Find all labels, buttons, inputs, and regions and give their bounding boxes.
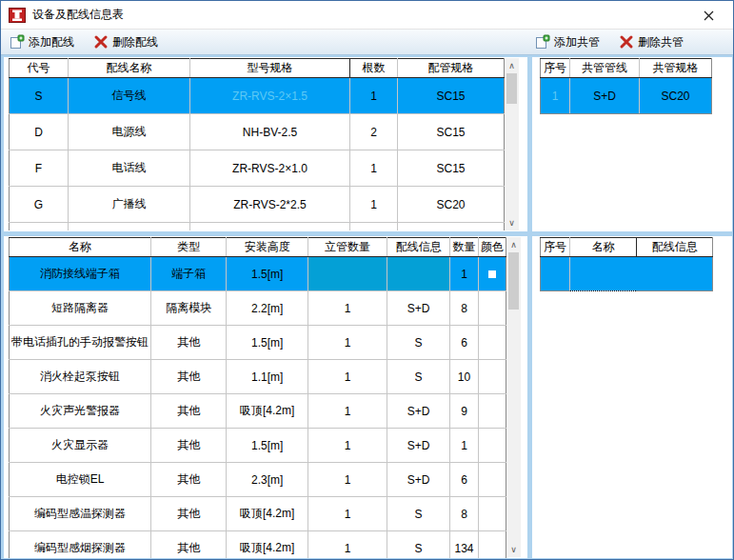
cell-risers[interactable]: 1: [307, 429, 387, 463]
col-header-wiring[interactable]: 配线信息: [387, 238, 450, 257]
cell-model[interactable]: ZR-RVS-2×1.0: [190, 150, 350, 187]
cell-type[interactable]: 其他: [151, 531, 227, 559]
cell-code[interactable]: S: [10, 78, 69, 114]
cell-count[interactable]: 1: [350, 78, 398, 114]
cell-wiring[interactable]: [637, 257, 713, 291]
cell-type[interactable]: 其他: [151, 360, 227, 394]
cell-code[interactable]: F: [10, 150, 69, 187]
color-swatch[interactable]: [488, 270, 496, 278]
cell-qty[interactable]: 1: [449, 257, 478, 291]
cell-name[interactable]: 信号线: [69, 78, 190, 114]
cell-type[interactable]: 其他: [151, 463, 227, 497]
cell-color[interactable]: [478, 360, 506, 394]
cell-wiring[interactable]: S: [387, 531, 450, 559]
cell-name[interactable]: 短路隔离器: [10, 291, 151, 326]
table-row[interactable]: S 信号线 ZR-RVS-2×1.5 1 SC15: [10, 78, 505, 114]
col-header-wiring[interactable]: 配线信息: [637, 238, 713, 257]
cell-wiring[interactable]: S+D: [387, 429, 450, 463]
cell-name[interactable]: 电源线: [69, 114, 190, 150]
scrollbar-up-icon[interactable]: ∧: [505, 58, 519, 73]
cell-qty[interactable]: 1: [449, 429, 478, 463]
cell-code[interactable]: G: [10, 187, 69, 223]
cell-wiring[interactable]: S: [387, 360, 450, 394]
cell-risers[interactable]: 1: [307, 497, 387, 531]
cell-pipe[interactable]: SC15: [398, 78, 505, 114]
cell-risers[interactable]: 1: [307, 531, 387, 559]
cell-name[interactable]: 广播线: [69, 187, 190, 223]
cell-model[interactable]: NH-KVV-4×1.5: [190, 223, 350, 231]
table-row[interactable]: 火灾声光警报器 其他 吸顶[4.2m] 1 S+D 9: [10, 394, 506, 429]
cell-wiring[interactable]: S: [387, 326, 450, 360]
cell-model[interactable]: ZR-RVS-2×1.5: [190, 78, 350, 114]
cell-color[interactable]: [478, 326, 506, 360]
col-header-no[interactable]: 序号: [541, 59, 570, 78]
table-row[interactable]: F 电话线 ZR-RVS-2×1.0 1 SC15: [10, 150, 505, 187]
table-row[interactable]: [541, 257, 713, 291]
cell-height[interactable]: 吸顶[4.2m]: [227, 531, 308, 559]
cell-code[interactable]: D: [10, 114, 69, 150]
cell-color[interactable]: [478, 531, 506, 559]
cell-wiring[interactable]: [387, 257, 450, 291]
cell-count[interactable]: 1: [350, 223, 398, 231]
cell-name[interactable]: 消火栓起泵按钮: [10, 360, 151, 394]
cell-height[interactable]: 2.2[m]: [227, 291, 308, 326]
cell-name[interactable]: 编码型感温探测器: [10, 497, 151, 531]
cell-count[interactable]: 2: [350, 114, 398, 150]
col-header-type[interactable]: 类型: [151, 238, 227, 257]
cell-risers[interactable]: 1: [307, 360, 387, 394]
cell-qty[interactable]: 9: [449, 394, 478, 429]
cell-model[interactable]: ZR-RVS-2*2.5: [190, 187, 350, 223]
cell-height[interactable]: 吸顶[4.2m]: [227, 497, 308, 531]
cell-risers[interactable]: 1: [307, 291, 387, 326]
cell-name[interactable]: 消防接线端子箱: [10, 257, 151, 291]
col-header-height[interactable]: 安装高度: [227, 238, 308, 257]
cell-risers[interactable]: 1: [307, 394, 387, 429]
table-row[interactable]: 消火栓起泵按钮 其他 1.1[m] 1 S 10: [10, 360, 506, 394]
add-copipe-button[interactable]: 添加共管: [532, 32, 603, 52]
col-header-spec[interactable]: 共管规格: [640, 59, 712, 78]
cell-pipe[interactable]: SC15: [398, 150, 505, 187]
col-header-name[interactable]: 名称: [10, 238, 151, 257]
table-row[interactable]: 带电话插孔的手动报警按钮 其他 1.5[m] 1 S 6: [10, 326, 506, 360]
cell-name[interactable]: 电话线: [69, 150, 190, 187]
cell-qty[interactable]: 6: [449, 463, 478, 497]
col-header-risers[interactable]: 立管数量: [307, 238, 387, 257]
table-row[interactable]: G 广播线 ZR-RVS-2*2.5 1 SC20: [10, 187, 505, 223]
scrollbar-thumb[interactable]: [508, 252, 519, 310]
cell-pipe[interactable]: SC20: [398, 223, 505, 231]
scrollbar-up-icon[interactable]: ∧: [506, 237, 521, 252]
cell-name[interactable]: 火灾显示器: [10, 429, 151, 463]
col-header-name[interactable]: 配线名称: [69, 59, 190, 78]
table-row[interactable]: 短路隔离器 隔离模块 2.2[m] 1 S+D 8: [10, 291, 506, 326]
cell-color[interactable]: [478, 429, 506, 463]
cell-qty[interactable]: 8: [449, 291, 478, 326]
table-row-partial[interactable]: K 控制线 NH-KVV-4×1.5 1 SC20: [10, 223, 505, 231]
cell-name[interactable]: 带电话插孔的手动报警按钮: [10, 326, 151, 360]
cell-name[interactable]: 控制线: [69, 223, 190, 231]
cell-qty[interactable]: 10: [449, 360, 478, 394]
cell-lines[interactable]: S+D: [570, 78, 640, 114]
table-row[interactable]: 编码型感烟探测器 其他 吸顶[4.2m] 1 S 134: [10, 531, 506, 559]
close-button[interactable]: [689, 3, 727, 28]
cell-color[interactable]: [478, 497, 506, 531]
col-header-code[interactable]: 代号: [10, 59, 69, 78]
cell-model[interactable]: NH-BV-2.5: [190, 114, 350, 150]
cell-no[interactable]: [541, 257, 570, 291]
cell-type[interactable]: 其他: [151, 394, 227, 429]
col-header-model[interactable]: 型号规格: [190, 59, 350, 78]
col-header-no[interactable]: 序号: [541, 238, 570, 257]
cell-color[interactable]: [478, 394, 506, 429]
device-table-scrollbar[interactable]: ∧ ∨: [506, 237, 521, 557]
col-header-color[interactable]: 颜色: [478, 238, 506, 257]
cell-height[interactable]: 1.5[m]: [227, 429, 308, 463]
table-row[interactable]: 1 S+D SC20: [541, 78, 712, 114]
cell-type[interactable]: 端子箱: [151, 257, 227, 291]
cell-color[interactable]: [478, 291, 506, 326]
cell-wiring[interactable]: S+D: [387, 291, 450, 326]
cell-qty[interactable]: 134: [449, 531, 478, 559]
cell-pipe[interactable]: SC20: [398, 187, 505, 223]
cell-wiring[interactable]: S: [387, 497, 450, 531]
cell-height[interactable]: 1.1[m]: [227, 360, 308, 394]
remove-copipe-button[interactable]: 删除共管: [616, 32, 686, 52]
add-wiring-button[interactable]: 添加配线: [7, 32, 77, 52]
